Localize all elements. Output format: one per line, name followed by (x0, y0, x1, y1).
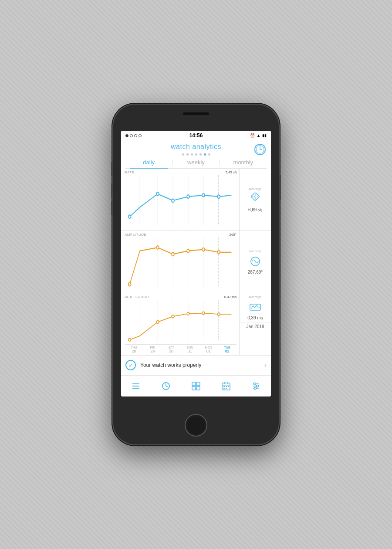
page-dot-2[interactable] (186, 153, 189, 156)
svg-rect-5 (258, 154, 262, 155)
check-icon: ✓ (125, 360, 136, 370)
amplitude-value: 269° (229, 233, 237, 237)
svg-point-48 (202, 312, 205, 314)
menu-icon (131, 381, 141, 391)
bottom-nav (121, 375, 271, 396)
signal-dots (125, 134, 142, 137)
amplitude-chart-section: AMPLITUDE 269° (121, 231, 271, 293)
svg-rect-60 (196, 386, 200, 390)
date-thu[interactable]: THU 28 (125, 346, 143, 353)
status-icons: ⏰ ▲ ▮▮ (250, 133, 267, 138)
svg-rect-58 (196, 382, 200, 386)
svg-rect-65 (223, 386, 225, 387)
rate-label: RATE (125, 170, 135, 174)
amplitude-label: AMPLITUDE (125, 233, 146, 237)
beat-error-chart-section: BEAT ERROR 0,47 ms (121, 293, 271, 355)
page-dot-1[interactable] (182, 153, 184, 156)
nav-grid[interactable] (181, 378, 211, 394)
tab-weekly[interactable]: weekly (172, 156, 219, 168)
svg-line-56 (166, 386, 168, 387)
page-dot-5[interactable] (199, 153, 202, 156)
svg-point-49 (217, 313, 220, 315)
date-label: Jan 2018 (240, 322, 271, 331)
svg-rect-57 (192, 382, 196, 386)
date-fri[interactable]: FRI 29 (143, 346, 162, 353)
svg-rect-59 (192, 386, 196, 390)
svg-point-17 (202, 193, 205, 197)
watch-status-text: Your watch works properly (140, 362, 260, 368)
svg-point-73 (253, 383, 256, 385)
sliders-icon (251, 381, 261, 391)
app-title: watch analytics (171, 143, 221, 151)
svg-point-47 (187, 312, 189, 315)
tab-monthly[interactable]: monthly (220, 156, 267, 168)
rate-avg-label: average (249, 187, 262, 191)
status-time: 14:56 (189, 132, 203, 139)
svg-point-32 (156, 246, 159, 249)
nav-sliders[interactable] (241, 378, 271, 394)
grid-icon (191, 381, 201, 391)
page-dot-4[interactable] (195, 153, 197, 156)
amplitude-avg-label: average (249, 249, 262, 253)
calendar-icon (221, 381, 231, 391)
signal-dot-3 (134, 134, 137, 137)
amplitude-icon (249, 255, 262, 268)
watch-status-strip[interactable]: ✓ Your watch works properly › (121, 355, 271, 375)
svg-rect-4 (258, 144, 262, 145)
rate-chart-main: RATE 7,45 s/j (121, 169, 240, 230)
svg-point-34 (187, 249, 189, 253)
nav-calendar[interactable] (211, 378, 241, 394)
rate-chart-section: RATE 7,45 s/j (121, 169, 271, 231)
svg-point-35 (202, 248, 205, 251)
beat-error-icon (249, 301, 262, 314)
app-content: watch analytics (121, 140, 271, 396)
beat-error-label: BEAT ERROR (125, 295, 149, 299)
tab-bar: daily weekly monthly (125, 156, 267, 169)
screen: 14:56 ⏰ ▲ ▮▮ watch analytics (121, 131, 271, 396)
rate-chart-side: average 6,69 s/j (240, 169, 271, 230)
beat-error-avg-label: average (249, 295, 262, 299)
watch-icon-button[interactable] (253, 143, 267, 156)
tab-daily[interactable]: daily (125, 156, 172, 168)
nav-menu[interactable] (121, 378, 151, 394)
rate-chart-svg (125, 175, 237, 229)
svg-point-20 (254, 196, 256, 197)
page-dot-6[interactable] (204, 153, 206, 156)
svg-point-16 (187, 195, 189, 198)
svg-point-45 (156, 321, 159, 323)
amplitude-chart-main: AMPLITUDE 269° (121, 231, 240, 293)
nav-clock[interactable] (151, 378, 181, 394)
date-mon[interactable]: MON 01 (199, 346, 218, 353)
beat-error-chart-main: BEAT ERROR 0,47 ms (121, 293, 240, 355)
rate-value: 7,45 s/j (225, 170, 237, 174)
signal-dot-2 (130, 134, 133, 137)
date-sun[interactable]: SUN 31 (180, 346, 199, 353)
bluetooth-icon: ▲ (257, 133, 260, 138)
svg-point-13 (128, 215, 131, 218)
battery-icon: ▮▮ (262, 133, 267, 138)
svg-point-31 (128, 283, 131, 286)
svg-point-46 (172, 315, 174, 318)
svg-rect-66 (226, 386, 227, 387)
phone-speaker (183, 112, 209, 115)
pagination-dots (121, 152, 271, 156)
amplitude-chart-svg (125, 237, 237, 291)
status-bar: 14:56 ⏰ ▲ ▮▮ (121, 131, 271, 140)
beat-error-value: 0,47 ms (224, 295, 237, 299)
beat-error-avg-value: 0,39 ms (247, 315, 263, 320)
signal-dot-1 (125, 134, 128, 137)
svg-point-18 (217, 195, 220, 198)
page-dot-7[interactable] (208, 153, 210, 156)
svg-point-44 (128, 339, 131, 341)
signal-dot-4 (139, 134, 142, 137)
date-tue[interactable]: TUE 02 (218, 346, 237, 353)
page-dot-3[interactable] (191, 153, 193, 156)
svg-point-33 (172, 253, 174, 256)
chevron-right-icon: › (264, 361, 267, 369)
svg-rect-69 (226, 388, 227, 389)
alarm-icon: ⏰ (250, 133, 255, 138)
amplitude-chart-side: average 267,69° (240, 231, 271, 293)
date-sat[interactable]: SAT 30 (162, 346, 181, 353)
home-button[interactable] (185, 414, 207, 437)
clock-icon (161, 381, 171, 391)
